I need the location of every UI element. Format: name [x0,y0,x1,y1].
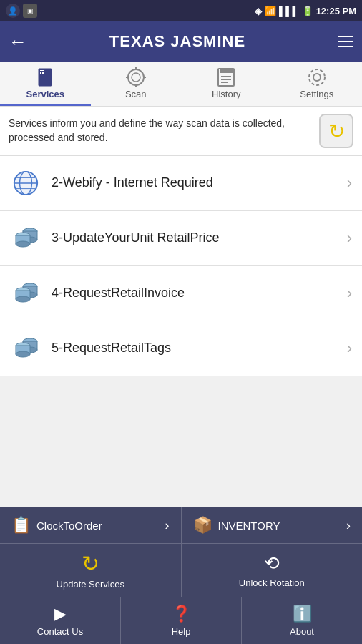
service-icon-4 [10,333,41,364]
svg-rect-11 [220,69,233,73]
service-icon-1 [10,167,41,199]
update-services-icon: ↻ [82,551,99,576]
time-display: 12:25 PM [316,6,356,16]
inventory-arrow: › [346,518,351,533]
service-item-4[interactable]: 5-RequestRetailTags › [0,321,362,376]
clock-icon: 📋 [11,516,31,535]
services-tab-icon [35,67,55,87]
inventory-icon: 📦 [193,516,212,535]
settings-tab-label: Settings [300,89,333,99]
svg-point-34 [16,296,30,302]
svg-rect-3 [40,71,44,72]
inventory-item[interactable]: 📦 INVENTORY › [182,507,363,543]
svg-point-40 [16,351,30,357]
menu-button[interactable] [328,36,353,47]
clocktoorder-label: ClockToOrder [36,519,102,532]
settings-tab-icon [307,67,327,87]
tab-scan[interactable]: Scan [91,62,182,106]
clocktoorder-arrow: › [165,518,170,533]
history-tab-icon [216,67,236,87]
service-arrow-4: › [347,339,352,358]
tab-history[interactable]: History [181,62,272,106]
service-arrow-2: › [347,229,352,248]
svg-rect-12 [221,76,231,77]
status-bar-right: ◈ 📶 ▌▌▌ 🔋 12:25 PM [255,6,356,16]
service-label-2: 3-UpdateYourUnit RetailPrice [52,230,341,246]
contact-us-button[interactable]: ▶ Contact Us [0,597,120,644]
tab-services[interactable]: Services [0,62,91,106]
scan-tab-icon [126,67,146,87]
help-label: Help [172,626,191,637]
battery-icon: 🔋 [302,6,313,16]
unlock-rotation-icon: ⟲ [264,552,280,575]
services-tab-label: Services [26,89,65,99]
service-arrow-1: › [347,174,352,192]
bottom-overlay: 📋 ClockToOrder › 📦 INVENTORY › ↻ Update … [0,507,362,644]
help-button[interactable]: ❓ Help [121,597,241,644]
service-arrow-3: › [347,284,352,303]
description-text: Services inform you and define the way s… [9,117,312,145]
svg-rect-14 [221,82,228,83]
header-title: TEXAS JASMINE [36,32,319,51]
tab-bar: Services Scan History [0,62,362,107]
unlock-rotation-label: Unlock Rotation [239,577,305,588]
svg-point-28 [16,241,30,247]
scan-tab-label: Scan [125,89,147,99]
tab-settings[interactable]: Settings [272,62,363,106]
service-label-1: 2-Webify - Internet Required [52,175,341,191]
unlock-rotation-button[interactable]: ⟲ Unlock Rotation [182,544,363,597]
svg-point-22 [14,172,37,195]
status-bar: 👤 ▣ ◈ 📶 ▌▌▌ 🔋 12:25 PM [0,0,362,21]
network-icon: ◈ [255,6,262,16]
contact-us-label: Contact Us [37,626,83,637]
refresh-button[interactable]: ↻ [319,114,353,148]
signal-icon: ▌▌▌ [279,6,299,16]
back-button[interactable]: ← [9,31,27,53]
svg-point-4 [128,69,144,85]
service-item-3[interactable]: 4-RequestRetailInvoice › [0,266,362,321]
service-label-4: 5-RequestRetailTags [52,340,341,356]
svg-point-5 [132,73,140,82]
clocktoorder-item[interactable]: 📋 ClockToOrder › [0,507,181,543]
contact-us-icon: ▶ [54,605,67,623]
service-label-3: 4-RequestRetailInvoice [52,285,341,301]
about-label: About [290,626,314,637]
inventory-label: INVENTORY [218,519,280,532]
bottom-row1: 📋 ClockToOrder › 📦 INVENTORY › [0,507,362,544]
service-item-1[interactable]: 2-Webify - Internet Required › [0,156,362,211]
update-services-button[interactable]: ↻ Update Services [0,544,181,597]
hamburger-icon [338,36,353,47]
wifi-icon: 📶 [265,6,276,16]
app-icon: 👤 [6,4,20,18]
history-tab-label: History [212,89,240,99]
service-item-2[interactable]: 3-UpdateYourUnit RetailPrice › [0,211,362,266]
about-button[interactable]: ℹ️ About [242,597,362,644]
action-row: ↻ Update Services ⟲ Unlock Rotation [0,544,362,597]
service-list: 2-Webify - Internet Required › 3-UpdateY… [0,156,362,376]
svg-point-15 [313,74,321,81]
footer-row: ▶ Contact Us ❓ Help ℹ️ About [0,597,362,644]
svg-point-16 [309,69,325,85]
service-icon-3 [10,278,41,309]
service-icon-2 [10,223,41,254]
media-icon: ▣ [23,4,37,18]
app-header: ← TEXAS JASMINE [0,21,362,62]
status-bar-left: 👤 ▣ [6,4,37,18]
refresh-icon: ↻ [328,119,345,143]
update-services-label: Update Services [57,579,124,590]
about-icon: ℹ️ [293,605,312,623]
svg-rect-13 [221,79,231,80]
help-icon: ❓ [172,605,191,623]
description-row: Services inform you and define the way s… [0,107,362,156]
